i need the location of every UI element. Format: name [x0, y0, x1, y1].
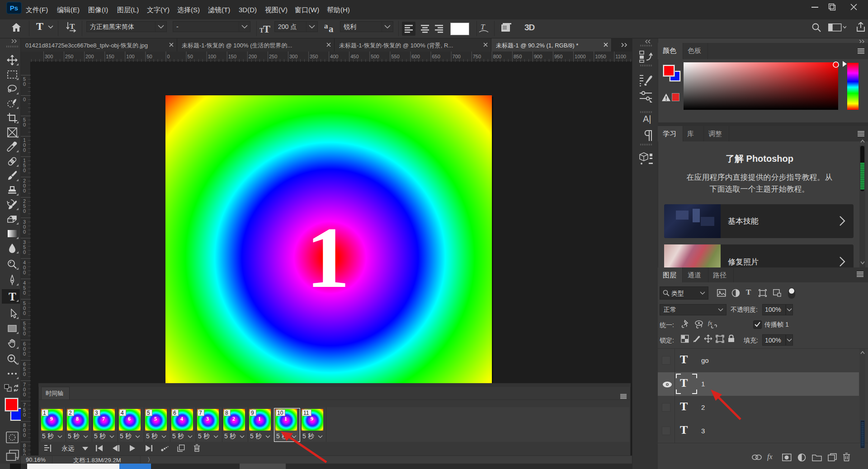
svg-text:50: 50 — [188, 54, 193, 59]
svg-text:300: 300 — [289, 54, 297, 59]
svg-text:950: 950 — [554, 54, 562, 59]
svg-text:250: 250 — [65, 54, 73, 59]
svg-text:150: 150 — [228, 54, 236, 59]
svg-text:0: 0 — [23, 392, 26, 397]
svg-text:0: 0 — [23, 270, 26, 275]
svg-text:800: 800 — [493, 54, 501, 59]
svg-text:0: 0 — [23, 412, 26, 417]
svg-text:150: 150 — [106, 54, 114, 59]
svg-text:750: 750 — [473, 54, 481, 59]
svg-text:0: 0 — [23, 432, 26, 438]
svg-text:550: 550 — [391, 54, 399, 59]
svg-text:200: 200 — [249, 54, 257, 59]
svg-text:100: 100 — [126, 54, 134, 59]
svg-text:250: 250 — [269, 54, 277, 59]
svg-text:0: 0 — [23, 310, 26, 316]
svg-text:600: 600 — [412, 54, 420, 59]
svg-text:0: 0 — [23, 188, 26, 193]
svg-text:0: 0 — [23, 331, 26, 336]
svg-text:1100: 1100 — [615, 54, 626, 59]
svg-text:50: 50 — [146, 54, 152, 59]
svg-text:850: 850 — [514, 54, 522, 59]
svg-text:100: 100 — [208, 54, 216, 59]
svg-text:0: 0 — [167, 54, 170, 59]
svg-text:0: 0 — [23, 122, 26, 127]
svg-text:500: 500 — [371, 54, 379, 59]
svg-text:0: 0 — [23, 351, 26, 356]
svg-text:T: T — [481, 23, 486, 31]
svg-text:0: 0 — [23, 229, 26, 234]
svg-text:400: 400 — [330, 54, 338, 59]
svg-text:0: 0 — [23, 290, 26, 295]
svg-text:0: 0 — [23, 168, 26, 173]
svg-text:0: 0 — [23, 208, 26, 214]
svg-text:T: T — [9, 291, 16, 302]
svg-text:650: 650 — [432, 54, 440, 59]
svg-text:0: 0 — [23, 249, 26, 255]
svg-text:0: 0 — [23, 97, 26, 102]
svg-text:200: 200 — [85, 54, 94, 59]
svg-text:fx: fx — [708, 319, 712, 326]
svg-text:350: 350 — [310, 54, 318, 59]
svg-text:1050: 1050 — [595, 54, 606, 59]
svg-text:700: 700 — [453, 54, 461, 59]
svg-text:450: 450 — [350, 54, 359, 59]
svg-text:1000: 1000 — [575, 54, 585, 59]
svg-text:0: 0 — [23, 147, 26, 153]
svg-text:0: 0 — [23, 81, 26, 87]
svg-text:300: 300 — [45, 54, 53, 59]
svg-text:T: T — [263, 23, 270, 33]
svg-text:0: 0 — [23, 371, 26, 377]
svg-text:900: 900 — [534, 54, 542, 59]
